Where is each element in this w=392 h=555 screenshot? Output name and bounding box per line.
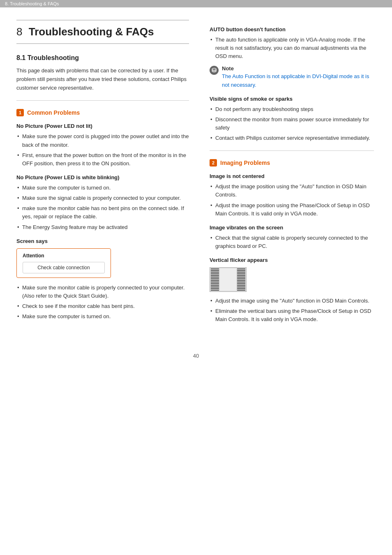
list-item: Check to see if the monitor cable has be…: [16, 302, 189, 310]
right-column: AUTO button doesn't function The auto fu…: [201, 20, 374, 328]
screen-says-list: Make sure the monitor cable is properly …: [16, 284, 189, 321]
main-content: 8 Troubleshooting & FAQs 8.1 Troubleshoo…: [0, 7, 392, 345]
common-problems-label: Common Problems: [27, 109, 80, 116]
left-column: 8 Troubleshooting & FAQs 8.1 Troubleshoo…: [16, 20, 189, 328]
attention-label: Attention: [23, 253, 105, 259]
note-box: ⛁ Note The Auto Function is not applicab…: [210, 65, 374, 89]
list-item: Adjust the image using the "Auto" functi…: [210, 297, 374, 305]
list-item: Make sure the signal cable is properly c…: [16, 194, 189, 202]
no-picture-led-list: Make sure the power cord is plugged into…: [16, 132, 189, 168]
auto-button-title: AUTO button doesn't function: [210, 26, 374, 32]
image-not-centered-title: Image is not centered: [210, 173, 374, 179]
list-item: Contact with Philips customer service re…: [210, 134, 374, 142]
no-picture-led-title: No Picture (Power LED not lit): [16, 123, 189, 129]
divider-2: [210, 150, 374, 151]
note-text: The Auto Function is not applicable in D…: [222, 72, 374, 89]
list-item: Make sure the power cord is plugged into…: [16, 132, 189, 149]
list-item: Disconnect the monitor from mains power …: [210, 116, 374, 132]
no-picture-blinking-list: Make sure the computer is turned on. Mak…: [16, 184, 189, 231]
chapter-number: 8: [16, 25, 22, 38]
flicker-bars: [210, 268, 246, 291]
list-item: Check that the signal cable is properly …: [210, 234, 374, 250]
list-item: Eliminate the vertical bars using the Ph…: [210, 307, 374, 324]
page-number: 40: [0, 345, 392, 363]
no-picture-blinking-title: No Picture (Power LED is white blinking): [16, 174, 189, 180]
list-item: First, ensure that the power button on t…: [16, 151, 189, 168]
visible-signs-list: Do not perform any troubleshooting steps…: [210, 105, 374, 143]
list-item: The Energy Saving feature may be activat…: [16, 223, 189, 231]
imaging-problems-badge: 2: [210, 159, 217, 166]
common-problems-section-header: 1 Common Problems: [16, 109, 189, 116]
breadcrumb: 8. Troubleshooting & FAQs: [0, 0, 392, 7]
page-wrapper: 8. Troubleshooting & FAQs 8 Troubleshoot…: [0, 0, 392, 555]
note-icon: ⛁: [210, 66, 219, 75]
common-problems-badge: 1: [16, 109, 24, 116]
note-label: Note: [222, 65, 374, 72]
section-81-intro: This page deals with problems that can b…: [16, 67, 189, 92]
image-vibrates-title: Image vibrates on the screen: [210, 224, 374, 231]
list-item: The auto function is applicable only in …: [210, 36, 374, 60]
screen-says-title: Screen says: [16, 238, 189, 244]
imaging-problems-label: Imaging Problems: [220, 160, 270, 166]
note-content: Note The Auto Function is not applicable…: [222, 65, 374, 89]
visible-signs-title: Visible signs of smoke or sparks: [210, 96, 374, 102]
flicker-image: [210, 267, 247, 292]
list-item: Adjust the image position using the Phas…: [210, 201, 374, 218]
auto-button-list: The auto function is applicable only in …: [210, 36, 374, 60]
image-not-centered-list: Adjust the image position using the "Aut…: [210, 183, 374, 218]
list-item: make sure the monitor cable has no bent …: [16, 204, 189, 221]
section-81-heading: 8.1 Troubleshooting: [16, 54, 189, 62]
list-item: Do not perform any troubleshooting steps: [210, 105, 374, 113]
check-cable-text: Check cable connection: [23, 262, 105, 273]
vertical-flicker-list: Adjust the image using the "Auto" functi…: [210, 297, 374, 324]
list-item: Make sure the computer is turned on.: [16, 184, 189, 192]
list-item: Adjust the image position using the "Aut…: [210, 183, 374, 199]
chapter-title: 8 Troubleshooting & FAQs: [16, 25, 189, 38]
breadcrumb-text: 8. Troubleshooting & FAQs: [5, 1, 59, 6]
flicker-bar-1: [211, 268, 219, 291]
list-item: Make sure the monitor cable is properly …: [16, 284, 189, 300]
screen-says-box: Attention Check cable connection: [16, 248, 111, 278]
flicker-center: [220, 268, 236, 291]
chapter-heading: 8 Troubleshooting & FAQs: [16, 20, 189, 44]
vertical-flicker-title: Vertical flicker appears: [210, 257, 374, 263]
divider-1: [16, 100, 189, 101]
flicker-bar-2: [237, 268, 245, 291]
chapter-title-text: Troubleshooting & FAQs: [29, 25, 154, 38]
list-item: Make sure the computer is turned on.: [16, 312, 189, 321]
imaging-problems-section-header: 2 Imaging Problems: [210, 159, 374, 166]
image-vibrates-list: Check that the signal cable is properly …: [210, 234, 374, 250]
